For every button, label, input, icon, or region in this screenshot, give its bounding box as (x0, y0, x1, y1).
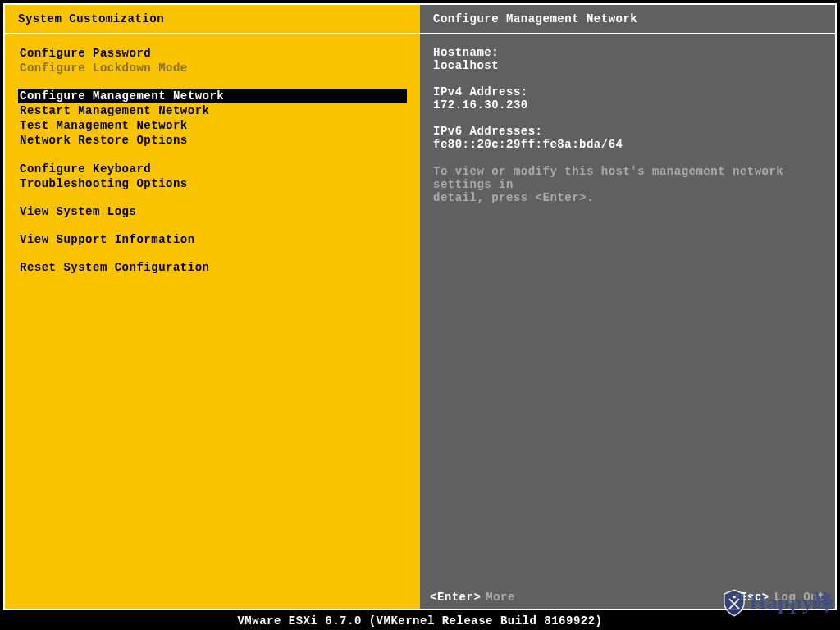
hostname-label: Hostname: (433, 46, 822, 59)
menu-item[interactable]: View System Logs (18, 204, 407, 219)
menu-item: Configure Lockdown Mode (18, 61, 407, 75)
detail-pane: Hostname: localhost IPv4 Address: 172.16… (420, 34, 835, 609)
menu-item[interactable]: Reset System Configuration (18, 260, 407, 275)
hostname-value: localhost (433, 59, 822, 72)
help-line-2: detail, press <Enter>. (433, 191, 822, 204)
esc-hint[interactable]: <Esc> Log Out (733, 591, 825, 604)
menu-list: Configure PasswordConfigure Lockdown Mod… (5, 34, 420, 609)
main-frame: System Customization Configure PasswordC… (3, 3, 837, 610)
menu-group: Configure Management NetworkRestart Mana… (18, 89, 407, 148)
menu-item[interactable]: View Support Information (18, 232, 407, 247)
menu-group: View System Logs (18, 204, 407, 219)
menu-item[interactable]: Test Management Network (18, 118, 407, 133)
enter-action-label: More (486, 591, 515, 604)
ipv6-label: IPv6 Addresses: (433, 125, 822, 138)
ipv4-block: IPv4 Address: 172.16.30.230 (433, 85, 822, 112)
status-bar: VMware ESXi 6.7.0 (VMKernel Release Buil… (0, 612, 840, 630)
enter-key-label: <Enter> (430, 591, 481, 604)
menu-item[interactable]: Network Restore Options (18, 133, 407, 148)
ipv6-block: IPv6 Addresses: fe80::20c:29ff:fe8a:bda/… (433, 125, 822, 151)
ipv6-value: fe80::20c:29ff:fe8a:bda/64 (433, 138, 822, 151)
menu-item[interactable]: Troubleshooting Options (18, 176, 407, 191)
esc-action-label: Log Out (774, 591, 825, 604)
help-line-1: To view or modify this host's management… (433, 165, 822, 191)
right-panel: Configure Management Network Hostname: l… (420, 5, 835, 609)
menu-item[interactable]: Restart Management Network (18, 103, 407, 118)
left-panel: System Customization Configure PasswordC… (5, 5, 420, 609)
menu-item[interactable]: Configure Keyboard (18, 162, 407, 176)
menu-item[interactable]: Configure Management Network (18, 89, 407, 103)
enter-hint[interactable]: <Enter> More (430, 591, 515, 604)
esc-key-label: <Esc> (733, 591, 769, 604)
menu-item[interactable]: Configure Password (18, 46, 407, 61)
help-text: To view or modify this host's management… (433, 165, 822, 204)
menu-group: Configure KeyboardTroubleshooting Option… (18, 162, 407, 191)
menu-group: View Support Information (18, 232, 407, 247)
menu-group: Reset System Configuration (18, 260, 407, 275)
left-panel-title: System Customization (5, 5, 420, 34)
hostname-block: Hostname: localhost (433, 46, 822, 72)
right-panel-title: Configure Management Network (420, 5, 835, 34)
ipv4-label: IPv4 Address: (433, 85, 822, 98)
menu-group: Configure PasswordConfigure Lockdown Mod… (18, 46, 407, 75)
right-footer: <Enter> More <Esc> Log Out (430, 591, 825, 604)
ipv4-value: 172.16.30.230 (433, 98, 822, 112)
